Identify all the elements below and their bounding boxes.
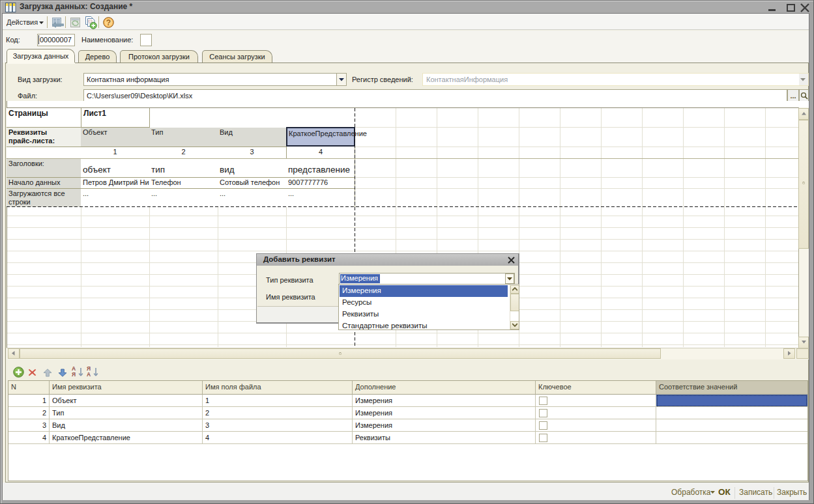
svg-text:?: ? — [106, 18, 111, 27]
